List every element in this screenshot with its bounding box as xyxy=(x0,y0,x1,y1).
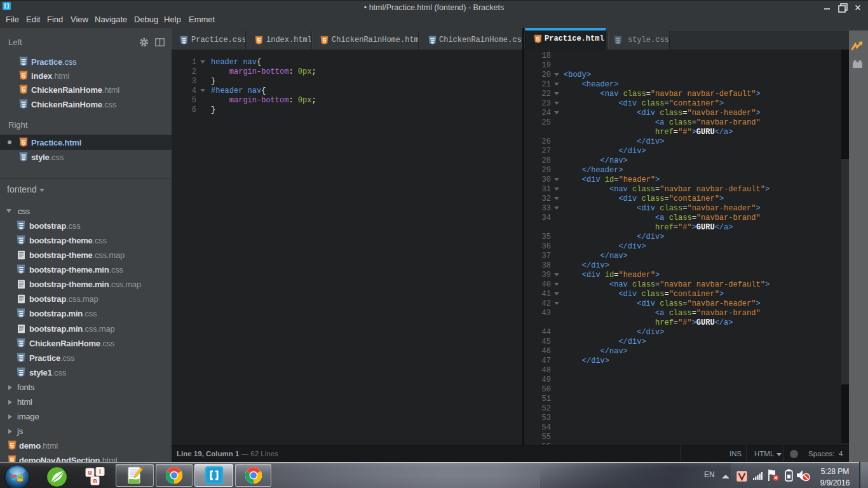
svg-text:n: n xyxy=(93,477,97,484)
svg-text:i: i xyxy=(99,468,101,475)
svg-text:u: u xyxy=(88,469,92,476)
